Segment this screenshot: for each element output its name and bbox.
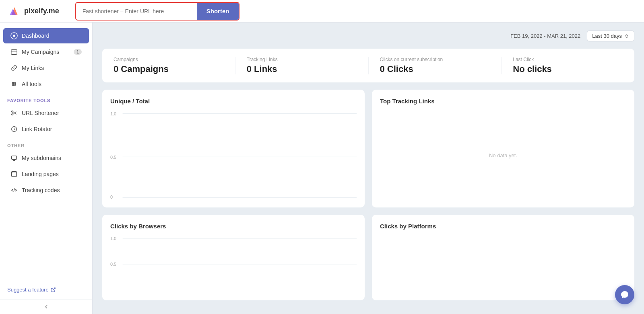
stat-links-value: 0 Links xyxy=(247,64,357,74)
external-link-icon xyxy=(51,287,56,292)
content-header: FEB 19, 2022 - MAR 21, 2022 Last 30 days xyxy=(102,31,634,41)
top-tracking-links-title: Top Tracking Links xyxy=(380,98,626,105)
favorite-tools-section: FAVORITE TOOLS xyxy=(0,92,92,105)
dashboard-icon xyxy=(10,32,18,39)
unique-total-svg: 1.0 0.5 0 12AM 3AM 6AM 9AM 12PM 3PM xyxy=(110,111,357,199)
sidebar-label-tracking-codes: Tracking codes xyxy=(22,187,60,193)
svg-rect-17 xyxy=(12,172,17,177)
url-shortener-bar: Shorten xyxy=(75,2,240,21)
stat-campaigns-value: 0 Campaigns xyxy=(114,64,224,74)
clicks-by-browsers-area: 1.0 0.5 xyxy=(110,236,357,292)
landing-icon xyxy=(10,170,18,178)
campaigns-badge: 1 xyxy=(74,49,82,55)
shorten-button[interactable]: Shorten xyxy=(197,3,239,20)
stat-campaigns-label: Campaigns xyxy=(114,57,224,62)
svg-point-10 xyxy=(12,114,13,115)
rotator-icon xyxy=(10,125,18,133)
sidebar-item-my-subdomains[interactable]: My subdomains xyxy=(3,150,89,166)
sidebar-label-my-links: My Links xyxy=(22,65,44,71)
other-section: OTHER xyxy=(0,138,92,150)
app-name: pixelfy.me xyxy=(24,7,59,15)
chevron-left-icon xyxy=(43,304,50,310)
sidebar-item-link-rotator[interactable]: Link Rotator xyxy=(3,121,89,137)
period-select[interactable]: Last 30 days xyxy=(587,31,634,41)
sidebar-label-my-campaigns: My Campaigns xyxy=(22,49,59,55)
stat-clicks-label: Clicks on current subscription xyxy=(380,57,490,62)
bottom-charts-row: Clicks by Browsers 1.0 0.5 Clicks by Pla… xyxy=(102,215,634,300)
main-layout: Dashboard My Campaigns 1 My Links xyxy=(0,23,644,314)
stat-last-click-value: No clicks xyxy=(513,64,623,74)
sidebar-item-tracking-codes[interactable]: Tracking codes xyxy=(3,183,89,198)
svg-line-21 xyxy=(53,288,55,290)
subdomain-icon xyxy=(10,154,18,162)
sidebar-item-url-shortener[interactable]: URL Shortener xyxy=(3,105,89,121)
svg-rect-4 xyxy=(11,50,17,55)
main-content: FEB 19, 2022 - MAR 21, 2022 Last 30 days… xyxy=(93,23,644,314)
svg-text:1.0: 1.0 xyxy=(110,111,116,116)
chevron-up-down-icon xyxy=(624,34,629,39)
stat-links: Tracking Links 0 Links xyxy=(235,57,369,74)
link-icon xyxy=(10,64,18,72)
svg-text:0: 0 xyxy=(110,195,113,199)
sidebar: Dashboard My Campaigns 1 My Links xyxy=(0,23,93,314)
scissors-icon xyxy=(10,109,18,117)
clicks-by-platforms-title: Clicks by Platforms xyxy=(380,223,626,230)
sidebar-item-all-tools[interactable]: All tools xyxy=(3,76,89,92)
clicks-by-browsers-title: Clicks by Browsers xyxy=(110,223,357,230)
clicks-by-browsers-chart: Clicks by Browsers 1.0 0.5 xyxy=(102,215,365,300)
svg-point-7 xyxy=(12,84,14,86)
no-data-text: No data yet. xyxy=(380,111,626,199)
sidebar-label-landing-pages: Landing pages xyxy=(22,171,59,177)
svg-rect-14 xyxy=(12,156,17,160)
clicks-by-platforms-chart: Clicks by Platforms xyxy=(372,215,634,300)
sidebar-label-all-tools: All tools xyxy=(22,81,41,87)
svg-point-6 xyxy=(14,82,16,84)
unique-total-chart: Unique / Total 1.0 0.5 0 12AM 3AM xyxy=(102,90,365,207)
topbar: pixelfy.me Shorten xyxy=(0,0,644,23)
svg-text:0.5: 0.5 xyxy=(110,155,116,160)
sidebar-item-dashboard[interactable]: Dashboard xyxy=(3,28,89,43)
code-icon xyxy=(10,187,18,194)
logo-icon xyxy=(8,5,21,18)
stat-links-label: Tracking Links xyxy=(247,57,357,62)
svg-line-20 xyxy=(14,189,14,192)
chat-icon xyxy=(620,290,629,299)
stat-last-click: Last Click No clicks xyxy=(502,57,634,74)
sidebar-label-my-subdomains: My subdomains xyxy=(22,155,61,161)
campaigns-icon xyxy=(10,48,18,55)
svg-point-8 xyxy=(14,84,16,86)
sidebar-label-link-rotator: Link Rotator xyxy=(22,126,52,132)
sidebar-label-url-shortener: URL Shortener xyxy=(22,110,59,116)
sidebar-nav: Dashboard My Campaigns 1 My Links xyxy=(0,23,92,280)
sidebar-item-my-links[interactable]: My Links xyxy=(3,60,89,76)
sidebar-label-dashboard: Dashboard xyxy=(22,33,50,39)
clicks-by-browsers-svg: 1.0 0.5 xyxy=(110,236,357,292)
charts-row: Unique / Total 1.0 0.5 0 12AM 3AM xyxy=(102,90,634,207)
stat-last-click-label: Last Click xyxy=(513,57,623,62)
period-select-label: Last 30 days xyxy=(592,33,622,39)
svg-text:1.0: 1.0 xyxy=(110,236,116,241)
url-input[interactable] xyxy=(76,5,197,18)
svg-point-9 xyxy=(12,111,13,113)
date-range-text: FEB 19, 2022 - MAR 21, 2022 xyxy=(510,33,580,39)
sidebar-item-landing-pages[interactable]: Landing pages xyxy=(3,166,89,182)
sidebar-bottom: Suggest a feature xyxy=(0,280,92,299)
sidebar-collapse-button[interactable] xyxy=(0,299,92,314)
logo: pixelfy.me xyxy=(8,5,59,18)
suggest-feature-link[interactable]: Suggest a feature xyxy=(7,287,85,293)
sidebar-item-my-campaigns[interactable]: My Campaigns 1 xyxy=(3,44,89,60)
svg-text:0.5: 0.5 xyxy=(110,262,116,267)
stat-clicks: Clicks on current subscription 0 Clicks xyxy=(369,57,502,74)
svg-point-3 xyxy=(13,35,15,37)
unique-total-title: Unique / Total xyxy=(110,98,357,105)
suggest-feature-label: Suggest a feature xyxy=(7,287,49,293)
top-tracking-links-area: No data yet. xyxy=(380,111,626,199)
chat-button[interactable] xyxy=(615,285,634,304)
stat-campaigns: Campaigns 0 Campaigns xyxy=(102,57,235,74)
tools-icon xyxy=(10,80,18,88)
unique-total-area: 1.0 0.5 0 12AM 3AM 6AM 9AM 12PM 3PM xyxy=(110,111,357,199)
stats-row: Campaigns 0 Campaigns Tracking Links 0 L… xyxy=(102,49,634,82)
svg-point-5 xyxy=(12,82,14,84)
stat-clicks-value: 0 Clicks xyxy=(380,64,490,74)
top-tracking-links-chart: Top Tracking Links No data yet. xyxy=(372,90,634,207)
